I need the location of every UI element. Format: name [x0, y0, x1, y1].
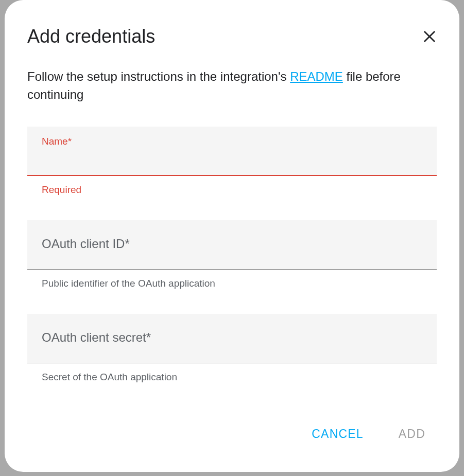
oauth-client-secret-helper: Secret of the OAuth application	[27, 372, 437, 383]
oauth-client-secret-field: OAuth client secret* Secret of the OAuth…	[27, 314, 437, 383]
name-input[interactable]: Name*	[27, 127, 437, 176]
oauth-client-secret-input[interactable]: OAuth client secret*	[27, 314, 437, 363]
instructions-prefix: Follow the setup instructions in the int…	[27, 69, 290, 83]
name-label: Name*	[42, 136, 422, 148]
add-credentials-dialog: Add credentials Follow the setup instruc…	[5, 0, 459, 472]
oauth-client-id-input[interactable]: OAuth client ID*	[27, 220, 437, 270]
oauth-client-id-label: OAuth client ID*	[42, 237, 422, 252]
dialog-header: Add credentials	[27, 26, 437, 47]
oauth-client-id-helper: Public identifier of the OAuth applicati…	[27, 278, 437, 289]
close-icon[interactable]	[422, 29, 437, 44]
name-error-text: Required	[27, 184, 437, 196]
oauth-client-secret-label: OAuth client secret*	[42, 330, 422, 345]
setup-instructions: Follow the setup instructions in the int…	[27, 68, 437, 104]
readme-link[interactable]: README	[290, 69, 343, 83]
add-button[interactable]: ADD	[393, 423, 431, 445]
name-field: Name* Required	[27, 127, 437, 196]
cancel-button[interactable]: CANCEL	[306, 423, 369, 445]
dialog-actions: CANCEL ADD	[27, 423, 437, 451]
oauth-client-id-field: OAuth client ID* Public identifier of th…	[27, 220, 437, 289]
dialog-title: Add credentials	[27, 26, 155, 47]
